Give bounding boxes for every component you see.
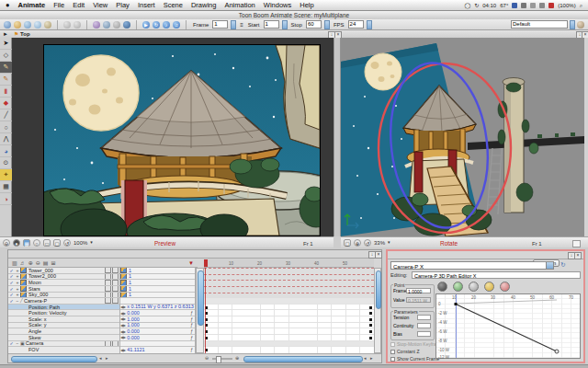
graph-fit-view-icon[interactable]	[453, 282, 463, 292]
zoom-out-icon[interactable]: ⊖	[3, 239, 10, 247]
matte-view-icon[interactable]: ○	[33, 239, 40, 247]
battery-icon[interactable]	[548, 3, 554, 8]
show-current-frame-checkbox[interactable]: Show Current Frame	[390, 357, 439, 362]
save-all-icon[interactable]	[34, 21, 41, 29]
line-tool[interactable]: ╱	[0, 109, 12, 121]
spotlight-icon[interactable]: ⌕	[580, 3, 582, 8]
frame-grid-scrollbar[interactable]	[374, 268, 381, 353]
select-tool[interactable]: ➤	[0, 38, 12, 50]
layer-row-tower[interactable]: ✓+Tower_000	[8, 268, 119, 274]
stop-input[interactable]: 60	[306, 20, 322, 29]
zoom-dropdown-arrow[interactable]: ▾	[90, 240, 93, 245]
frame-hscroll-left-button[interactable]: ◂	[364, 356, 367, 361]
bias-input[interactable]	[417, 331, 431, 337]
layer-row-camera-peg[interactable]: ✓−╱Camera-P	[8, 298, 119, 305]
value-scale-x[interactable]: ◀▶1.000ƒ	[120, 316, 195, 323]
playhead[interactable]	[204, 259, 208, 267]
undo-icon[interactable]	[63, 21, 71, 29]
camera-view-viewport[interactable]	[12, 38, 334, 236]
value-skew[interactable]: ◀▶0.000ƒ	[120, 335, 195, 341]
scene-settings-icon[interactable]	[44, 21, 51, 29]
layer-row-camera[interactable]: ✓−▣Camera	[8, 341, 119, 348]
layer-hscroll-left-button[interactable]: ◂	[99, 356, 102, 361]
bluetooth-icon[interactable]	[512, 3, 517, 8]
timeline-close-button[interactable]: ×	[375, 251, 382, 259]
zoom-tool[interactable]: ⊙	[0, 157, 12, 169]
track-row-position-velocity[interactable]: Position: Velocity	[8, 310, 119, 316]
frame-input[interactable]: 1	[212, 20, 228, 29]
rotate-view-tool[interactable]: ◑	[0, 193, 12, 205]
cutter-tool[interactable]: ◇	[0, 50, 12, 62]
save-icon[interactable]	[24, 21, 31, 29]
perspective-reset-icon[interactable]: ▢	[344, 239, 351, 247]
keyboard-icon[interactable]	[530, 3, 536, 8]
track-row-position-path[interactable]: Position: Path	[8, 305, 119, 311]
pencil-tool[interactable]: ✎	[0, 74, 12, 86]
hand-tool[interactable]: ✦	[0, 169, 12, 181]
open-scene-icon[interactable]	[14, 21, 21, 29]
menu-help[interactable]: Help	[300, 1, 313, 9]
add-group-icon[interactable]: ▤	[43, 260, 49, 266]
onion-skin-marker-icon[interactable]: ▼	[188, 260, 194, 266]
add-camera-layer-icon[interactable]: ⊞	[51, 260, 55, 266]
continuity-input[interactable]	[417, 323, 431, 328]
sound-button[interactable]: ♪	[163, 21, 170, 29]
preset-stepper[interactable]	[570, 20, 575, 29]
function-selector[interactable]: Camera-P X	[390, 261, 554, 270]
viewport-splitter[interactable]	[334, 38, 341, 236]
camera-icon[interactable]	[123, 21, 130, 29]
menu-scene[interactable]: Scene	[164, 1, 183, 9]
graph-zoom-icon[interactable]	[484, 282, 494, 292]
function-refresh-icon[interactable]: ↻	[560, 262, 565, 269]
clock-icon[interactable]: ◯	[464, 3, 470, 8]
fps-stepper[interactable]	[367, 20, 372, 29]
start-stepper[interactable]	[282, 20, 288, 29]
wifi-icon[interactable]	[539, 3, 545, 8]
menu-animate[interactable]: Animate	[18, 1, 46, 9]
grid-tool[interactable]: ▦	[0, 181, 12, 193]
menu-play[interactable]: Play	[116, 1, 130, 9]
layer-row-moon[interactable]: ✓+Moon	[8, 280, 119, 286]
menu-view[interactable]: View	[93, 1, 107, 9]
show-all-thumbnails-icon[interactable]: ▥	[12, 260, 17, 266]
value-position-velocity[interactable]: ◀▶0.000ƒ	[120, 310, 195, 316]
constant-z-checkbox[interactable]: Constant Z	[390, 350, 419, 354]
add-layer-icon[interactable]: ⊕	[28, 260, 33, 266]
menu-time[interactable]: 04:10	[482, 3, 496, 8]
layer-hscroll-right-button[interactable]: ▸	[106, 356, 108, 361]
menu-edit[interactable]: Edit	[73, 1, 85, 9]
new-scene-icon[interactable]	[4, 21, 11, 29]
paint-tool[interactable]: ◆	[0, 98, 12, 109]
function-graph[interactable]: 10 20 30 40 50 60 70 0 -2 W -4 W -6 W -8…	[435, 293, 581, 359]
perspective-zoom-level[interactable]: 33%	[374, 240, 385, 246]
track-row-scale-x[interactable]: Scale: x	[8, 316, 119, 323]
menu-drawing[interactable]: Drawing	[191, 1, 217, 9]
perspective-zoom-arrow[interactable]: ▾	[388, 240, 390, 245]
frame-stepper[interactable]	[231, 20, 236, 29]
render-mode-icon[interactable]: ●	[13, 239, 20, 247]
layer-row-stars[interactable]: ✓+Stars	[8, 286, 119, 293]
displays-icon[interactable]	[521, 3, 526, 8]
point-frame-input[interactable]: 1.0000	[406, 288, 431, 293]
graph-pan-icon[interactable]	[469, 282, 479, 292]
camera-view-scene[interactable]	[44, 45, 320, 236]
start-input[interactable]: 1	[264, 20, 279, 29]
ellipse-tool[interactable]: ○	[0, 121, 12, 133]
track-row-fov[interactable]: FOV	[8, 347, 119, 353]
perspective-view-scene[interactable]	[341, 38, 584, 236]
timeline-frame-grid[interactable]	[204, 268, 374, 353]
opengl-view-icon[interactable]: ▦	[23, 239, 30, 247]
add-drawing-icon[interactable]	[103, 21, 110, 29]
workspace-icon[interactable]	[577, 21, 584, 29]
reset-view-icon[interactable]: ↺	[63, 239, 71, 247]
menu-temperature[interactable]: 67°	[500, 3, 508, 8]
layer-list-hscrollbar[interactable]	[11, 356, 97, 362]
perspective-refresh-icon[interactable]: ↺	[364, 239, 371, 247]
timeline-zoom-out-icon[interactable]: ⊖	[205, 356, 209, 361]
sound-track-icon[interactable]: ♬	[20, 260, 26, 266]
loop-button[interactable]: ↻	[153, 21, 160, 29]
layer-row-sky[interactable]: ✓+Sky_000	[8, 293, 119, 299]
polyline-tool[interactable]: ⋀	[0, 133, 12, 145]
track-row-scale-y[interactable]: Scale: y	[8, 323, 119, 329]
frame-hscroll-right-button[interactable]: ▸	[370, 356, 373, 361]
